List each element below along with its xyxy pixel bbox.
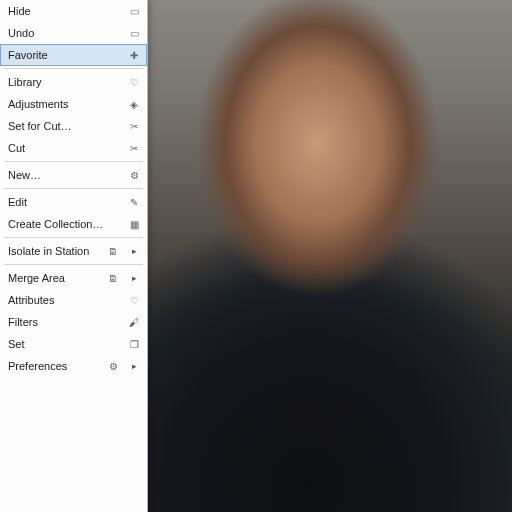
menu-item-label: Cut bbox=[8, 142, 25, 154]
menu-separator bbox=[4, 237, 143, 238]
menu-item-label: Favorite bbox=[8, 49, 48, 61]
page-icon: 🗎 bbox=[106, 244, 120, 258]
scissors-icon: ✂ bbox=[127, 119, 141, 133]
gear-icon: ⚙ bbox=[127, 168, 141, 182]
menu-item-undo[interactable]: Undo▭ bbox=[0, 22, 147, 44]
add-icon: ✚ bbox=[127, 48, 141, 62]
menu-item-label: New… bbox=[8, 169, 41, 181]
menu-item-label: Attributes bbox=[8, 294, 54, 306]
pencil-icon: ✎ bbox=[127, 195, 141, 209]
menu-item-new[interactable]: New…⚙ bbox=[0, 164, 147, 186]
menu-item-attributes[interactable]: Attributes♡ bbox=[0, 289, 147, 311]
menu-item-label: Set bbox=[8, 338, 25, 350]
heart-icon: ♡ bbox=[127, 293, 141, 307]
menu-item-library[interactable]: Library♡ bbox=[0, 71, 147, 93]
window-icon: ❐ bbox=[127, 337, 141, 351]
menu-separator bbox=[4, 264, 143, 265]
menu-item-label: Hide bbox=[8, 5, 31, 17]
grid-icon: ▦ bbox=[127, 217, 141, 231]
menu-item-label: Merge Area bbox=[8, 272, 65, 284]
menu-item-hide[interactable]: Hide▭ bbox=[0, 0, 147, 22]
scissors-icon: ✂ bbox=[127, 141, 141, 155]
submenu-arrow-icon bbox=[127, 271, 141, 285]
submenu-arrow-icon bbox=[127, 244, 141, 258]
diamond-icon: ◈ bbox=[127, 97, 141, 111]
menu-item-create-collection[interactable]: Create Collection…▦ bbox=[0, 213, 147, 235]
menu-item-merge-area[interactable]: Merge Area🗎 bbox=[0, 267, 147, 289]
paint-icon: 🖌 bbox=[127, 315, 141, 329]
menu-item-label: Create Collection… bbox=[8, 218, 103, 230]
menu-item-cut[interactable]: Cut✂ bbox=[0, 137, 147, 159]
menu-item-label: Filters bbox=[8, 316, 38, 328]
menu-separator bbox=[4, 68, 143, 69]
submenu-arrow-icon bbox=[127, 359, 141, 373]
context-menu: Hide▭Undo▭Favorite✚Library♡Adjustments◈S… bbox=[0, 0, 148, 512]
menu-item-label: Edit bbox=[8, 196, 27, 208]
document-icon: ▭ bbox=[127, 26, 141, 40]
menu-item-label: Library bbox=[8, 76, 42, 88]
document-icon: ▭ bbox=[127, 4, 141, 18]
menu-item-label: Adjustments bbox=[8, 98, 69, 110]
menu-item-label: Isolate in Station bbox=[8, 245, 89, 257]
menu-item-isolate-in-station[interactable]: Isolate in Station🗎 bbox=[0, 240, 147, 262]
heart-icon: ♡ bbox=[127, 75, 141, 89]
menu-item-filters[interactable]: Filters🖌 bbox=[0, 311, 147, 333]
menu-item-preferences[interactable]: Preferences⚙ bbox=[0, 355, 147, 377]
menu-item-favorite[interactable]: Favorite✚ bbox=[0, 44, 147, 66]
menu-separator bbox=[4, 161, 143, 162]
menu-item-set[interactable]: Set❐ bbox=[0, 333, 147, 355]
menu-item-edit[interactable]: Edit✎ bbox=[0, 191, 147, 213]
menu-item-adjustments[interactable]: Adjustments◈ bbox=[0, 93, 147, 115]
menu-separator bbox=[4, 188, 143, 189]
menu-item-set-for-cut[interactable]: Set for Cut…✂ bbox=[0, 115, 147, 137]
menu-item-label: Preferences bbox=[8, 360, 67, 372]
gear-icon: ⚙ bbox=[106, 359, 120, 373]
menu-item-label: Set for Cut… bbox=[8, 120, 72, 132]
menu-item-label: Undo bbox=[8, 27, 34, 39]
page-icon: 🗎 bbox=[106, 271, 120, 285]
